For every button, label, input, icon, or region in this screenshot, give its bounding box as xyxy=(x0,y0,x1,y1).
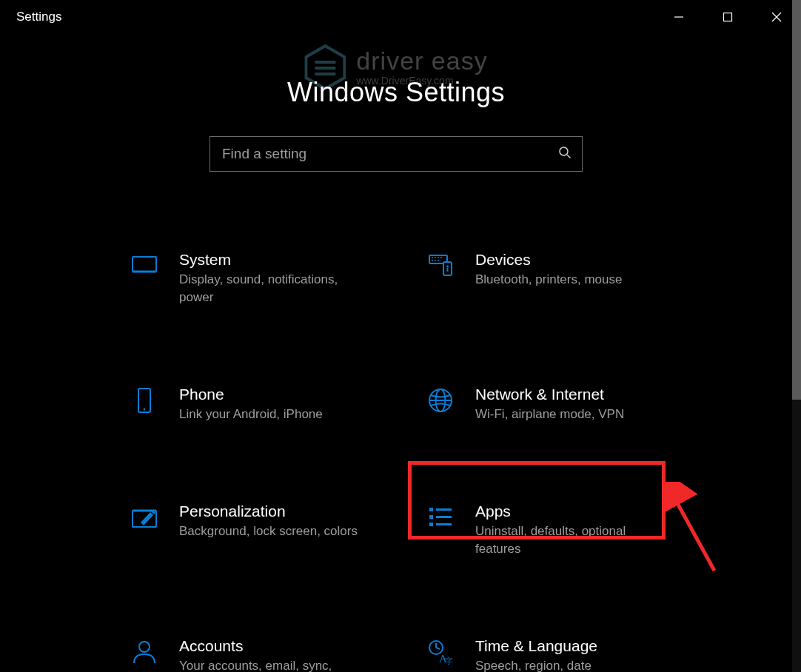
tile-label: Time & Language xyxy=(475,636,597,656)
window-controls xyxy=(654,0,801,34)
time-language-icon: A 字 xyxy=(426,638,455,672)
tile-personalization[interactable]: Personalization Background, lock screen,… xyxy=(124,496,391,564)
tile-desc: Background, lock screen, colors xyxy=(179,523,358,540)
minimize-icon xyxy=(674,12,684,22)
tile-label: Personalization xyxy=(179,502,358,521)
close-icon xyxy=(771,12,782,22)
window-title: Settings xyxy=(16,10,61,24)
scrollbar-thumb[interactable] xyxy=(792,0,801,400)
svg-line-9 xyxy=(567,155,571,158)
tile-phone[interactable]: Phone Link your Android, iPhone xyxy=(124,379,391,429)
tile-desc: Your accounts, email, sync, work, other … xyxy=(179,657,364,672)
svg-point-36 xyxy=(139,642,150,652)
phone-icon xyxy=(130,386,158,423)
titlebar: Settings xyxy=(0,0,801,34)
tile-label: Accounts xyxy=(179,636,364,656)
svg-line-39 xyxy=(436,648,440,649)
apps-icon xyxy=(426,503,455,558)
tile-desc: Wi-Fi, airplane mode, VPN xyxy=(475,406,624,423)
maximize-icon xyxy=(723,12,733,22)
search-input[interactable] xyxy=(221,145,558,163)
svg-point-21 xyxy=(446,266,449,268)
system-icon xyxy=(130,252,158,306)
search-box[interactable] xyxy=(210,136,583,172)
minimize-button[interactable] xyxy=(654,0,703,34)
tile-label: System xyxy=(179,250,364,269)
accounts-icon xyxy=(130,638,158,672)
svg-rect-34 xyxy=(429,523,433,526)
personalization-icon xyxy=(130,503,158,558)
tile-apps[interactable]: Apps Uninstall, defaults, optional featu… xyxy=(420,496,687,564)
page-title: Windows Settings xyxy=(0,77,792,108)
tile-desc: Display, sound, notifications, power xyxy=(179,271,364,306)
maximize-button[interactable] xyxy=(703,0,752,34)
tile-network[interactable]: Network & Internet Wi-Fi, airplane mode,… xyxy=(420,379,687,429)
tile-desc: Link your Android, iPhone xyxy=(179,406,323,423)
watermark-text-1: driver easy xyxy=(356,48,487,73)
tile-time-language[interactable]: A 字 Time & Language Speech, region, date xyxy=(420,631,687,672)
network-icon xyxy=(426,386,455,423)
tile-label: Phone xyxy=(179,385,323,404)
tile-desc: Speech, region, date xyxy=(475,657,597,672)
devices-icon xyxy=(426,252,455,306)
svg-text:字: 字 xyxy=(445,656,453,665)
settings-grid: System Display, sound, notifications, po… xyxy=(124,244,687,672)
svg-rect-1 xyxy=(724,13,732,21)
tile-system[interactable]: System Display, sound, notifications, po… xyxy=(124,244,391,312)
content-area: driver easy www.DriverEasy.com Windows S… xyxy=(0,34,792,672)
tile-desc: Bluetooth, printers, mouse xyxy=(475,271,622,289)
svg-rect-10 xyxy=(133,257,156,272)
search-icon xyxy=(558,146,572,162)
svg-rect-30 xyxy=(429,508,433,511)
svg-point-24 xyxy=(144,408,146,410)
tile-devices[interactable]: Devices Bluetooth, printers, mouse xyxy=(420,244,687,312)
svg-point-8 xyxy=(560,147,568,155)
tile-label: Devices xyxy=(475,250,622,269)
tile-accounts[interactable]: Accounts Your accounts, email, sync, wor… xyxy=(124,631,391,672)
svg-rect-32 xyxy=(429,515,433,519)
tile-desc: Uninstall, defaults, optional features xyxy=(475,523,660,558)
tile-label: Network & Internet xyxy=(475,385,624,404)
tile-label: Apps xyxy=(475,502,660,521)
vertical-scrollbar[interactable] xyxy=(792,0,801,672)
